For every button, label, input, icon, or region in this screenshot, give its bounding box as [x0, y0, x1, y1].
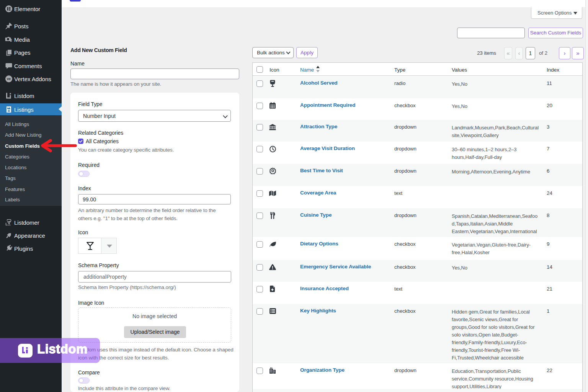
svg-text:ve: ve: [7, 77, 11, 81]
